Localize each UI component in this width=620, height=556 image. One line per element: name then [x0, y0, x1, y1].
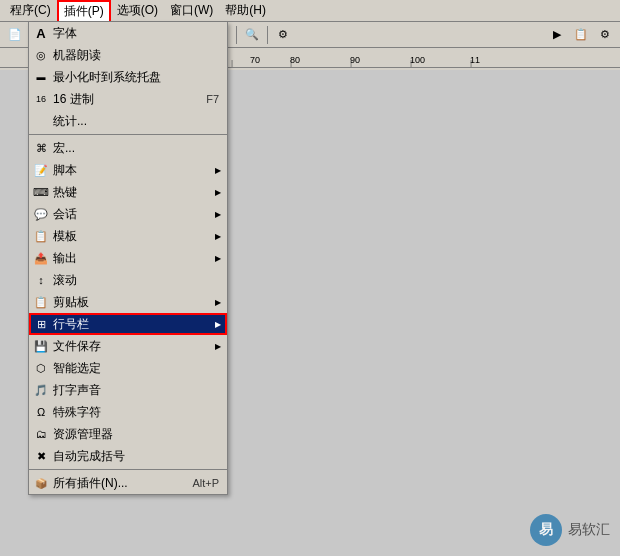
watermark-text: 易软汇 [568, 521, 610, 539]
toolbar-extra1-btn[interactable]: ▶ [546, 24, 568, 46]
menu-bar: 程序(C) 插件(P) 选项(O) 窗口(W) 帮助(H) [0, 0, 620, 22]
smartselect-icon: ⬡ [33, 360, 49, 376]
macro-icon: ⌘ [33, 140, 49, 156]
ruler-mark-100: 100 [410, 55, 425, 65]
font-icon: A [33, 25, 49, 41]
explorer-icon: 🗂 [33, 426, 49, 442]
toolbar-extra3-btn[interactable]: ⚙ [594, 24, 616, 46]
hex-icon: 16 [33, 91, 49, 107]
menu-xuanxiang[interactable]: 选项(O) [111, 0, 164, 21]
dropdown-menu-overlay: A 字体 ◎ 机器朗读 ▬ 最小化时到系统托盘 16 16 进制 F7 统计..… [28, 22, 228, 495]
menu-item-allplugins[interactable]: 📦 所有插件(N)... Alt+P [29, 472, 227, 494]
menu-chuangkou[interactable]: 窗口(W) [164, 0, 219, 21]
ruler-mark-90: 90 [350, 55, 360, 65]
menu-item-font[interactable]: A 字体 [29, 22, 227, 44]
filesave-icon: 💾 [33, 338, 49, 354]
watermark-logo: 易 [530, 514, 562, 546]
toolbar-sep3 [236, 26, 237, 44]
ruler-mark-80: 80 [290, 55, 300, 65]
session-icon: 💬 [33, 206, 49, 222]
toolbar-sep4 [267, 26, 268, 44]
menu-item-clipboard[interactable]: 📋 剪贴板 [29, 291, 227, 313]
menu-item-script[interactable]: 📝 脚本 [29, 159, 227, 181]
linenum-icon: ⊞ [33, 316, 49, 332]
menu-item-explorer[interactable]: 🗂 资源管理器 [29, 423, 227, 445]
menu-item-autocomplete[interactable]: ✖ 自动完成括号 [29, 445, 227, 467]
toolbar-new-btn[interactable]: 📄 [4, 24, 26, 46]
output-icon: 📤 [33, 250, 49, 266]
menu-separator-1 [29, 134, 227, 135]
plugin-dropdown-menu: A 字体 ◎ 机器朗读 ▬ 最小化时到系统托盘 16 16 进制 F7 统计..… [28, 22, 228, 495]
toolbar-settings-btn[interactable]: ⚙ [272, 24, 294, 46]
script-icon: 📝 [33, 162, 49, 178]
menu-item-tts[interactable]: ◎ 机器朗读 [29, 44, 227, 66]
menu-chengxu[interactable]: 程序(C) [4, 0, 57, 21]
menu-item-filesave[interactable]: 💾 文件保存 [29, 335, 227, 357]
special-icon: Ω [33, 404, 49, 420]
tray-icon: ▬ [33, 69, 49, 85]
toolbar-extra2-btn[interactable]: 📋 [570, 24, 592, 46]
template-icon: 📋 [33, 228, 49, 244]
toolbar-zoom-btn[interactable]: 🔍 [241, 24, 263, 46]
hotkey-icon: ⌨ [33, 184, 49, 200]
autocomplete-icon: ✖ [33, 448, 49, 464]
menu-item-hex[interactable]: 16 16 进制 F7 [29, 88, 227, 110]
menu-item-hotkey[interactable]: ⌨ 热键 [29, 181, 227, 203]
menu-item-linenum[interactable]: ⊞ 行号栏 [29, 313, 227, 335]
menu-item-scroll[interactable]: ↕ 滚动 [29, 269, 227, 291]
menu-item-template[interactable]: 📋 模板 [29, 225, 227, 247]
menu-item-tray[interactable]: ▬ 最小化时到系统托盘 [29, 66, 227, 88]
plugins-icon: 📦 [33, 475, 49, 491]
speaker-icon: ◎ [33, 47, 49, 63]
menu-item-typesound[interactable]: 🎵 打字声音 [29, 379, 227, 401]
watermark: 易 易软汇 [530, 514, 610, 546]
sound-icon: 🎵 [33, 382, 49, 398]
menu-item-smartselect[interactable]: ⬡ 智能选定 [29, 357, 227, 379]
ruler-mark-110: 11 [470, 55, 480, 65]
menu-item-output[interactable]: 📤 输出 [29, 247, 227, 269]
menu-item-special[interactable]: Ω 特殊字符 [29, 401, 227, 423]
menu-chajian[interactable]: 插件(P) [57, 0, 111, 21]
scroll-icon: ↕ [33, 272, 49, 288]
hex-shortcut: F7 [186, 93, 219, 105]
menu-bangzhu[interactable]: 帮助(H) [219, 0, 272, 21]
allplugins-shortcut: Alt+P [172, 477, 219, 489]
clipboard-icon: 📋 [33, 294, 49, 310]
menu-item-session[interactable]: 💬 会话 [29, 203, 227, 225]
ruler-mark-70: 70 [250, 55, 260, 65]
menu-item-macro[interactable]: ⌘ 宏... [29, 137, 227, 159]
menu-item-stats[interactable]: 统计... [29, 110, 227, 132]
menu-separator-2 [29, 469, 227, 470]
stats-icon [33, 113, 49, 129]
